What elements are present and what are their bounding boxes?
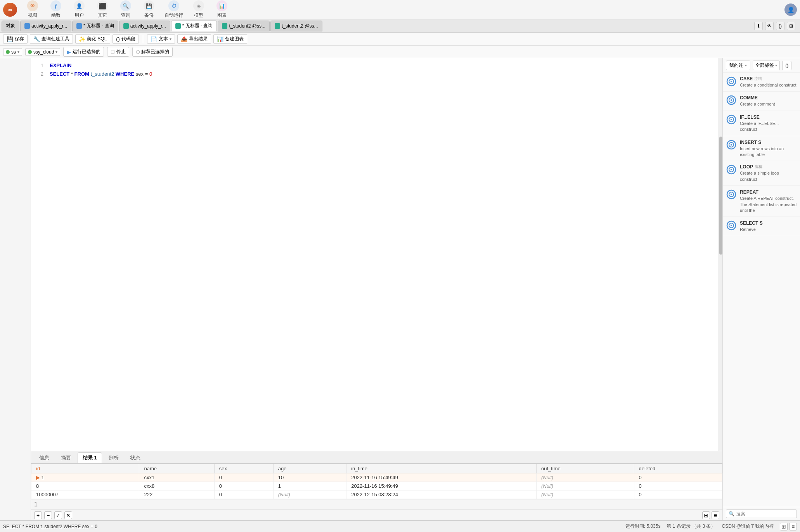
- snippet-item-select[interactable]: SELECT S Retrieve: [723, 217, 800, 236]
- status-list-button[interactable]: ≡: [789, 523, 797, 530]
- tab-activity2[interactable]: activity_apply_r...: [119, 21, 170, 31]
- code-snippet-button[interactable]: () 代码段: [113, 34, 139, 44]
- grid-view-button[interactable]: ⊞: [702, 511, 710, 519]
- snippet-title-case: CASE: [740, 76, 753, 81]
- snippet-text-case: CASE 流稿 Create a conditional construct: [740, 76, 797, 88]
- toolbar-item-model[interactable]: ◈ 模型: [191, 0, 206, 19]
- snippet-item-case[interactable]: CASE 流稿 Create a conditional construct: [723, 73, 800, 92]
- code-icon: (): [116, 36, 119, 42]
- grid-icon[interactable]: ⊞: [787, 22, 795, 30]
- stop-button[interactable]: ☐ 停止: [107, 47, 129, 57]
- tab-label-student1: t_student2 @ss...: [229, 23, 265, 29]
- add-row-button[interactable]: +: [34, 511, 42, 519]
- code-editor[interactable]: 1 EXPLAIN 2 SELECT * FROM t_student2 WHE…: [31, 58, 719, 451]
- status-grid-button[interactable]: ⊞: [780, 523, 788, 530]
- create-query-button[interactable]: 🔧 查询创建工具: [30, 34, 73, 44]
- code-label: 代码段: [121, 36, 135, 42]
- result-table-wrap[interactable]: id name sex age in_time out_time deleted…: [31, 464, 722, 499]
- explain-button[interactable]: ⬡ 解释已选择的: [132, 47, 173, 57]
- search-input[interactable]: [736, 511, 794, 516]
- result-tab-status[interactable]: 状态: [125, 452, 145, 463]
- snippet-item-insert[interactable]: INSERT S Insert new rows into an existin…: [723, 136, 800, 161]
- eye-icon[interactable]: 👁: [765, 22, 774, 30]
- toolbar-item-view[interactable]: 👁 视图: [25, 0, 40, 19]
- snippet-item-loop[interactable]: LOOP 流稿 Create a simple loop construct: [723, 161, 800, 186]
- cell-deleted: 0: [634, 490, 722, 499]
- svg-point-5: [731, 99, 732, 101]
- editor-vscroll[interactable]: [719, 58, 722, 451]
- run-selected-button[interactable]: ▶ 运行已选择的: [63, 47, 104, 57]
- check-button[interactable]: ✓: [54, 511, 62, 519]
- top-toolbar: ∞ 👁 视图 ƒ 函数 👤 用户 ⬛ 其它 🔍 查询 💾 备份: [0, 0, 800, 19]
- result-tab-info[interactable]: 信息: [34, 452, 54, 463]
- snippet-icon-ifelse: [726, 114, 737, 125]
- table-row[interactable]: 8 cxx8 0 1 2022-11-16 15:49:49 (Null) 0: [31, 482, 722, 490]
- export-button[interactable]: 📤 导出结果: [177, 34, 211, 44]
- snippet-desc-ifelse: Create a IF...ELSE... construct: [740, 121, 797, 133]
- toolbar-item-user[interactable]: 👤 用户: [71, 0, 87, 19]
- all-tags-selector[interactable]: 全部标签 ▾: [753, 61, 780, 70]
- tags-dropdown-icon: ▾: [775, 63, 777, 68]
- snippet-item-comment[interactable]: COMME Create a comment: [723, 92, 800, 111]
- save-button[interactable]: 💾 保存: [3, 34, 28, 44]
- snippet-title-loop: LOOP: [740, 164, 753, 170]
- user-label: CSDN @谁偷了我的内裤: [722, 523, 774, 530]
- snippet-item-ifelse[interactable]: IF...ELSE Create a IF...ELSE... construc…: [723, 111, 800, 136]
- col-header-name[interactable]: name: [139, 464, 214, 473]
- user-avatar[interactable]: 👤: [784, 3, 797, 16]
- toolbar-item-func[interactable]: ƒ 函数: [48, 0, 64, 19]
- text-button[interactable]: 📄 文本 ▾: [147, 34, 175, 44]
- col-header-in-time[interactable]: in_time: [346, 464, 537, 473]
- result-tab-profile[interactable]: 剖析: [104, 452, 124, 463]
- db-dropdown-1: ▾: [17, 50, 19, 54]
- left-sidebar: [0, 58, 31, 520]
- tab-object[interactable]: 对象: [2, 21, 19, 31]
- stop-checkbox-icon: ☐: [111, 49, 115, 55]
- delete-row-button[interactable]: −: [44, 511, 52, 519]
- col-header-sex[interactable]: sex: [214, 464, 273, 473]
- toolbar-item-autorun[interactable]: ⏱ 自动运行: [165, 0, 183, 19]
- filter-icon[interactable]: (): [782, 61, 791, 70]
- col-header-out-time[interactable]: out_time: [536, 464, 634, 473]
- db-selector-1[interactable]: ss ▾: [3, 48, 22, 56]
- result-tab-summary[interactable]: 摘要: [56, 452, 76, 463]
- line-number-1: 1: [34, 61, 43, 70]
- snippet-text-select: SELECT S Retrieve: [740, 220, 797, 232]
- db-indicator-green2: [28, 50, 32, 54]
- toolbar-item-other[interactable]: ⬛ 其它: [95, 0, 110, 19]
- my-connection-button[interactable]: 我的连 ▾: [726, 61, 750, 70]
- table-row[interactable]: 10000007 222 0 (Null) 2022-12-15 08:28:2…: [31, 490, 722, 499]
- info-icon[interactable]: ℹ: [754, 22, 763, 30]
- cancel-edit-button[interactable]: ✕: [64, 511, 72, 519]
- toolbar-item-backup[interactable]: 💾 备份: [141, 0, 157, 19]
- paren-icon[interactable]: (): [776, 22, 784, 30]
- right-panel-search: 🔍: [723, 507, 800, 520]
- toolbar-item-chart[interactable]: 📊 图表: [214, 0, 230, 19]
- cell-deleted: 0: [634, 473, 722, 482]
- toolbar-item-query[interactable]: 🔍 查询: [118, 0, 133, 19]
- save-label: 保存: [15, 36, 24, 42]
- tab-untitled1[interactable]: * 无标题 - 查询: [72, 21, 118, 31]
- form-view-button[interactable]: ≡: [712, 511, 719, 519]
- text-label: 文本: [159, 36, 168, 42]
- col-header-deleted[interactable]: deleted: [634, 464, 722, 473]
- tab-untitled2[interactable]: * 无标题 - 查询: [171, 21, 217, 31]
- tab-student2[interactable]: t_student2 @ss...: [270, 21, 322, 31]
- explain-label: 解释已选择的: [141, 49, 169, 55]
- create-chart-button[interactable]: 📊 创建图表: [213, 34, 247, 44]
- snippet-item-repeat[interactable]: REPEAT Create A REPEAT construct. The St…: [723, 186, 800, 217]
- table-action-bar: + − ✓ ✕ ⊞ ≡: [31, 509, 722, 520]
- beautify-button[interactable]: ✨ 美化 SQL: [75, 34, 110, 44]
- table-row[interactable]: ▶ 1 cxx1 0 10 2022-11-16 15:49:49 (Null)…: [31, 473, 722, 482]
- app-logo[interactable]: ∞: [3, 3, 17, 17]
- result-tab-result1[interactable]: 结果 1: [78, 452, 102, 463]
- record-info: 第 1 条记录 （共 3 条）: [667, 523, 715, 530]
- code-line-1: 1 EXPLAIN: [31, 61, 719, 70]
- tab-activity1[interactable]: activity_apply_r...: [20, 21, 71, 31]
- col-header-age[interactable]: age: [273, 464, 346, 473]
- code-field: sex =: [134, 70, 149, 78]
- db-selector-2[interactable]: ssy_cloud ▾: [25, 48, 60, 56]
- col-header-id[interactable]: id: [31, 464, 139, 473]
- db-dropdown-2: ▾: [55, 50, 57, 54]
- tab-student1[interactable]: t_student2 @ss...: [218, 21, 270, 31]
